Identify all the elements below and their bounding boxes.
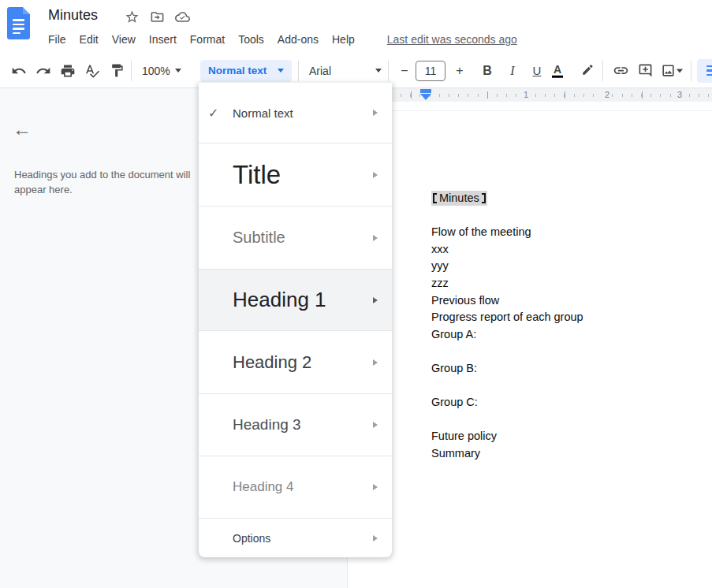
- chevron-down-icon: [375, 69, 382, 73]
- chevron-down-icon: [175, 69, 181, 73]
- paragraph-style-select[interactable]: Normal text: [200, 60, 292, 82]
- add-comment-icon: [638, 63, 653, 78]
- link-icon: [613, 62, 629, 79]
- undo-icon: [11, 63, 27, 79]
- doc-line-highlighted[interactable]: Minutes: [431, 192, 583, 209]
- insert-link-button[interactable]: [610, 61, 631, 81]
- spellcheck-icon: [84, 63, 100, 79]
- image-icon: [661, 63, 676, 78]
- underline-button[interactable]: U: [527, 61, 547, 81]
- italic-button[interactable]: I: [502, 61, 523, 81]
- ruler-number: 2: [602, 90, 612, 99]
- submenu-arrow-icon: [373, 535, 378, 541]
- highlight-color-button[interactable]: [577, 61, 598, 81]
- doc-line[interactable]: Flow of the meeting: [431, 225, 583, 243]
- submenu-arrow-icon: [373, 110, 378, 116]
- spellcheck-button[interactable]: [82, 61, 103, 81]
- increase-font-size-button[interactable]: +: [449, 61, 470, 81]
- left-lenticular-bracket: [433, 193, 437, 203]
- submenu-arrow-icon: [373, 484, 378, 490]
- redo-button[interactable]: [33, 61, 54, 81]
- menu-edit[interactable]: Edit: [80, 33, 99, 46]
- check-icon: ✓: [208, 106, 218, 121]
- submenu-arrow-icon: [373, 359, 378, 366]
- right-lenticular-bracket: [482, 193, 486, 203]
- image-options-dropdown[interactable]: [677, 69, 683, 73]
- doc-line[interactable]: [431, 209, 583, 226]
- highlighter-icon: [580, 63, 595, 78]
- indent-marker[interactable]: [420, 89, 431, 101]
- doc-line[interactable]: [431, 379, 583, 396]
- menu-help[interactable]: Help: [332, 33, 355, 46]
- print-button[interactable]: [58, 61, 78, 81]
- chevron-down-icon: [278, 69, 284, 73]
- text-color-button[interactable]: A: [552, 63, 563, 78]
- bold-button[interactable]: B: [477, 61, 498, 81]
- chevron-down-icon: [677, 69, 683, 73]
- align-left-button[interactable]: [697, 59, 712, 83]
- menu-item-subtitle[interactable]: Subtitle: [199, 207, 392, 270]
- font-size-input[interactable]: 11: [416, 61, 445, 81]
- menu-item-normal-text[interactable]: ✓ Normal text: [199, 83, 392, 143]
- menu-file[interactable]: File: [48, 33, 66, 46]
- paint-format-button[interactable]: [106, 61, 127, 81]
- cloud-saved-icon[interactable]: [175, 9, 190, 24]
- doc-line[interactable]: Future policy: [431, 430, 583, 447]
- ruler-number: 3: [675, 90, 684, 99]
- menu-format[interactable]: Format: [190, 33, 225, 46]
- menu-item-heading-1[interactable]: Heading 1: [199, 270, 392, 331]
- selected-text: Minutes: [431, 191, 487, 206]
- doc-line[interactable]: [431, 344, 583, 362]
- ruler-number: 1: [521, 90, 531, 99]
- google-docs-window: Minutes File Edit View Insert Format Too…: [0, 0, 712, 588]
- document-text: Minutes Flow of the meeting xxx yyy zzz …: [431, 192, 583, 464]
- insert-image-button[interactable]: [658, 61, 678, 81]
- close-outline-button[interactable]: ←: [13, 120, 32, 139]
- last-edit-link[interactable]: Last edit was seconds ago: [387, 33, 517, 46]
- outline-empty-text: Headings you add to the document will ap…: [14, 167, 216, 197]
- doc-line[interactable]: yyy: [431, 259, 583, 277]
- doc-line[interactable]: xxx: [431, 243, 583, 260]
- doc-line[interactable]: Group C:: [431, 396, 583, 413]
- paragraph-styles-menu: ✓ Normal text Title Subtitle Heading 1 H…: [199, 83, 392, 557]
- undo-button[interactable]: [9, 61, 29, 81]
- doc-line[interactable]: Progress report of each group: [431, 311, 583, 328]
- menu-item-heading-4[interactable]: Heading 4: [199, 456, 392, 519]
- align-left-icon: [706, 65, 712, 76]
- doc-line[interactable]: Group B:: [431, 362, 583, 379]
- menu-tools[interactable]: Tools: [238, 33, 264, 46]
- submenu-arrow-icon: [373, 235, 378, 241]
- doc-line[interactable]: Previous flow: [431, 294, 583, 311]
- menu-view[interactable]: View: [112, 33, 136, 46]
- menu-item-title[interactable]: Title: [199, 143, 392, 207]
- menu-item-heading-3[interactable]: Heading 3: [199, 394, 392, 456]
- add-comment-button[interactable]: [635, 61, 655, 81]
- redo-icon: [35, 63, 51, 79]
- print-icon: [60, 63, 76, 79]
- doc-line[interactable]: [431, 413, 583, 430]
- submenu-arrow-icon: [373, 297, 378, 303]
- menubar: File Edit View Insert Format Tools Add-o…: [48, 33, 517, 46]
- zoom-select[interactable]: 100%: [142, 65, 181, 77]
- font-family-select[interactable]: Arial: [309, 65, 382, 77]
- submenu-arrow-icon: [373, 422, 378, 428]
- document-title[interactable]: Minutes: [48, 7, 98, 24]
- submenu-arrow-icon: [373, 172, 378, 178]
- decrease-font-size-button[interactable]: −: [394, 61, 415, 81]
- menu-addons[interactable]: Add-ons: [278, 33, 319, 46]
- header: Minutes File Edit View Insert Format Too…: [0, 0, 712, 54]
- docs-logo-icon[interactable]: [7, 7, 30, 39]
- paint-format-icon: [110, 63, 125, 78]
- star-icon[interactable]: [125, 9, 140, 24]
- move-folder-icon[interactable]: [150, 9, 165, 24]
- ruler[interactable]: 1 2 3: [347, 88, 712, 102]
- doc-line[interactable]: Summary: [431, 447, 583, 464]
- menu-item-options[interactable]: Options: [199, 519, 392, 557]
- menu-insert[interactable]: Insert: [149, 33, 177, 46]
- doc-line[interactable]: zzz: [431, 277, 583, 294]
- menu-item-heading-2[interactable]: Heading 2: [199, 331, 392, 394]
- doc-line[interactable]: Group A:: [431, 328, 583, 345]
